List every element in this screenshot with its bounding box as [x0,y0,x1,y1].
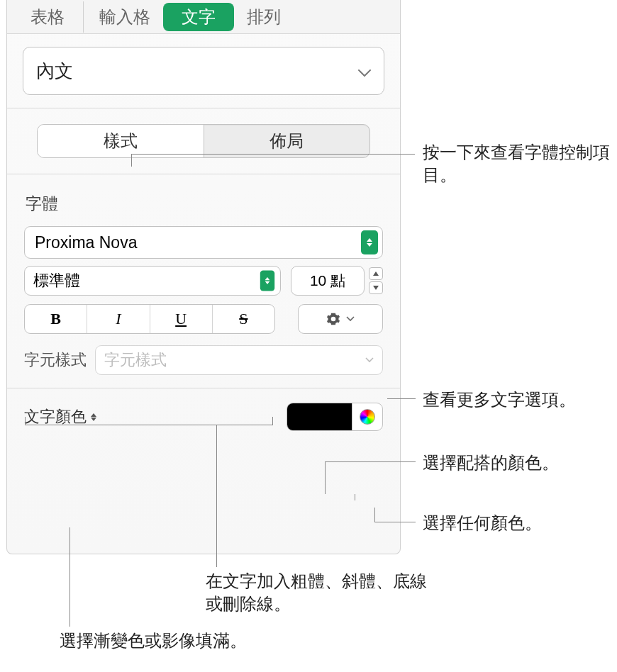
italic-button[interactable]: I [87,305,150,333]
callout-textcolor: 選擇漸變色或影像填滿。 [60,629,247,652]
tab-arrange[interactable]: 排列 [234,1,294,33]
leader-line [293,494,355,500]
divider [7,388,400,388]
leader-line [374,508,375,522]
tab-text[interactable]: 文字 [163,3,234,31]
leader-line [131,154,415,155]
leader-line [374,522,416,522]
chevron-down-icon [346,316,355,322]
triangle-up-icon [373,271,379,276]
strikethrough-button[interactable]: S [213,305,274,333]
step-down-button[interactable] [369,281,383,294]
gear-icon [326,312,340,326]
segment-layout[interactable]: 佈局 [204,125,370,157]
underline-button[interactable]: U [150,305,213,333]
color-well[interactable] [287,403,352,430]
paragraph-style-value: 內文 [36,59,73,84]
divider [7,174,400,174]
callout-swatch: 選擇配搭的顏色。 [423,452,559,474]
font-weight-value: 標準體 [33,270,80,291]
font-size-value: 10 點 [310,271,345,291]
leader-line [325,461,326,494]
step-up-button[interactable] [369,267,383,280]
character-style-label: 字元樣式 [24,349,87,371]
tab-cell[interactable]: 輸入格 [87,1,163,33]
callout-wheel: 選擇任何顏色。 [423,512,542,534]
color-wheel-icon [360,409,375,425]
character-style-placeholder: 字元樣式 [104,349,167,371]
font-section-title: 字體 [26,193,400,215]
divider [7,108,400,108]
dropdown-handle-icon [361,230,378,254]
font-weight-select[interactable]: 標準體 [24,266,281,296]
triangle-down-icon [373,286,379,290]
font-size-field[interactable]: 10 點 [291,266,365,296]
color-swatch-group [287,403,383,431]
style-buttons-row: B I U S [24,304,383,334]
font-size-control: 10 點 [291,266,383,296]
bius-group: B I U S [24,304,275,334]
paragraph-style-select[interactable]: 內文 [23,47,384,95]
style-layout-segmented: 樣式 佈局 [37,124,370,158]
leader-line [325,461,416,462]
character-style-row: 字元樣式 字元樣式 [24,345,383,375]
tab-table[interactable]: 表格 [18,1,84,33]
chevron-down-icon [365,357,374,363]
leader-line [387,398,416,399]
dropdown-handle-icon [260,271,274,291]
format-inspector-panel: 表格 輸入格 文字 排列 內文 樣式 佈局 字體 Proxima Nova 標準… [6,0,401,554]
bold-button[interactable]: B [25,305,87,333]
callout-style-tab: 按一下來查看字體控制項目。 [423,141,617,187]
font-size-stepper [369,267,383,294]
bracket [25,417,273,425]
font-family-value: Proxima Nova [35,233,137,252]
callout-bius: 在文字加入粗體、斜體、底線或刪除線。 [206,570,440,616]
character-style-select[interactable]: 字元樣式 [95,345,383,375]
segment-style[interactable]: 樣式 [38,125,204,157]
leader-line [131,154,132,167]
callout-gear: 查看更多文字選項。 [423,388,576,411]
color-wheel-button[interactable] [352,403,382,430]
chevron-down-icon [358,60,371,82]
advanced-text-options[interactable] [298,304,383,334]
leader-line [216,425,217,567]
font-family-select[interactable]: Proxima Nova [24,226,383,259]
inspector-tabs: 表格 輸入格 文字 排列 [7,0,400,34]
font-weight-size-row: 標準體 10 點 [24,266,383,296]
leader-line [70,527,70,627]
